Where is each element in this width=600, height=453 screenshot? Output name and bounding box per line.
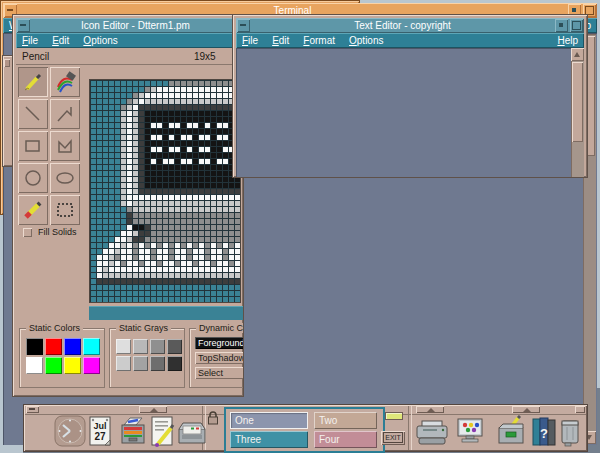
polygon-icon [54,135,76,157]
color-swatch[interactable] [116,339,131,354]
current-tool-label: Pencil [22,51,49,62]
workspace-two-button[interactable]: Two [314,412,377,429]
icon-size-label: 19x5 [194,51,216,62]
help-icon[interactable]: ? [529,415,559,449]
color-swatch[interactable] [167,356,182,371]
static-colors-group: Static Colors [19,328,105,388]
color-swatch[interactable] [150,356,165,371]
pixel-canvas[interactable] [89,79,241,303]
trash-icon[interactable] [556,415,584,449]
busy-light [386,413,402,419]
polyline-icon [54,103,76,125]
circle-icon [22,167,44,189]
exit-label: EXIT [383,432,403,443]
menu-options[interactable]: Options [83,35,117,46]
color-swatch[interactable] [83,338,100,355]
static-grays-swatches [116,339,182,371]
calendar-day: 27 [94,431,106,442]
color-swatch[interactable] [26,357,43,374]
window-menu-icon[interactable] [237,19,250,32]
panel-menu-button[interactable] [575,406,585,413]
workspace-four-button[interactable]: Four [314,431,377,448]
pencil-tool-button[interactable] [18,67,48,97]
icon-editor-statusbar: Pencil 19x5 [16,48,240,65]
clock-icon[interactable] [54,415,86,449]
menu-help[interactable]: Help [557,35,578,46]
window-menu-icon[interactable] [17,19,30,32]
text-editor-title: Text Editor - copyright [251,20,554,31]
rectangle-tool-button[interactable] [18,131,48,161]
maximize-icon[interactable] [570,19,583,32]
applications-icon[interactable] [494,415,528,449]
mail-icon[interactable] [176,415,208,449]
subpanel-arrow-icon[interactable] [512,406,540,413]
circle-tool-button[interactable] [18,163,48,193]
exit-button[interactable]: EXIT [381,431,405,445]
menu-edit[interactable]: Edit [272,35,289,46]
static-colors-label: Static Colors [26,323,83,333]
fill-solids-label: Fill Solids [38,227,77,237]
color-swatch[interactable] [64,338,81,355]
panel-minimize-button[interactable] [26,406,39,413]
polyline-tool-button[interactable] [50,99,80,129]
workspace-one-button[interactable]: One [230,412,308,429]
minimize-icon[interactable] [555,19,568,32]
lock-icon[interactable] [206,410,220,426]
static-colors-swatches [26,338,100,374]
pencil-icon [22,71,44,93]
calendar-month: Jul [93,421,106,431]
color-swatch[interactable] [133,356,148,371]
text-editor-titlebar[interactable]: Text Editor - copyright [236,18,584,33]
text-note-icon[interactable] [149,415,177,449]
style-manager-icon[interactable] [454,415,490,449]
foreground-button[interactable]: Foreground [195,337,244,349]
line-tool-button[interactable] [18,99,48,129]
subpanel-arrow-icon[interactable] [416,406,444,413]
rectangle-icon [22,135,44,157]
select-icon [54,199,76,221]
polygon-tool-button[interactable] [50,131,80,161]
scroll-up-icon[interactable] [571,48,584,61]
workspace-three-button[interactable]: Three [230,431,308,448]
panel-divider [408,406,412,450]
color-swatch[interactable] [26,338,43,355]
file-manager-icon[interactable] [116,415,148,449]
icon-editor-title: Icon Editor - Dtterm1.pm [31,20,240,31]
scrollbar-thumb[interactable] [572,62,583,142]
select-tool-button[interactable] [50,195,80,225]
calendar-icon[interactable]: Jul 27 [88,415,112,449]
menu-format[interactable]: Format [303,35,335,46]
menu-edit[interactable]: Edit [52,35,69,46]
color-swatch[interactable] [150,339,165,354]
color-swatch[interactable] [83,357,100,374]
text-editor-menubar: File Edit Format Options Help [236,33,584,48]
icon-editor-window: Icon Editor - Dtterm1.pm File Edit Optio… [12,14,244,397]
desktop: Icon Editor - Dtterm1.pm File Edit Optio… [0,0,600,453]
color-swatch[interactable] [133,339,148,354]
topshadow-button[interactable]: TopShadow [195,352,244,364]
workspace-switch: One Two Three Four [224,407,385,453]
menu-file[interactable]: File [242,35,258,46]
canvas-overflow-strip [89,306,243,320]
select-color-button[interactable]: Select [195,367,244,379]
subpanel-arrow-icon[interactable] [139,406,167,413]
icon-editor-titlebar[interactable]: Icon Editor - Dtterm1.pm [16,18,240,33]
ellipse-tool-button[interactable] [50,163,80,193]
fill-solids-option[interactable]: Fill Solids [23,227,77,237]
color-swatch[interactable] [64,357,81,374]
icon-editor-menubar: File Edit Options [16,33,240,48]
help-glyph: ? [540,426,548,441]
line-icon [22,103,44,125]
color-swatch[interactable] [167,339,182,354]
flood-fill-tool-button[interactable] [50,67,80,97]
color-swatch[interactable] [45,338,62,355]
eraser-tool-button[interactable] [18,195,48,225]
color-swatch[interactable] [45,357,62,374]
fill-solids-checkbox[interactable] [23,228,32,237]
color-swatch[interactable] [116,356,131,371]
text-editor-scrollbar[interactable] [571,48,584,177]
text-editor-content[interactable] [236,48,571,177]
menu-options[interactable]: Options [349,35,383,46]
menu-file[interactable]: File [22,35,38,46]
printer-icon[interactable] [414,415,450,449]
